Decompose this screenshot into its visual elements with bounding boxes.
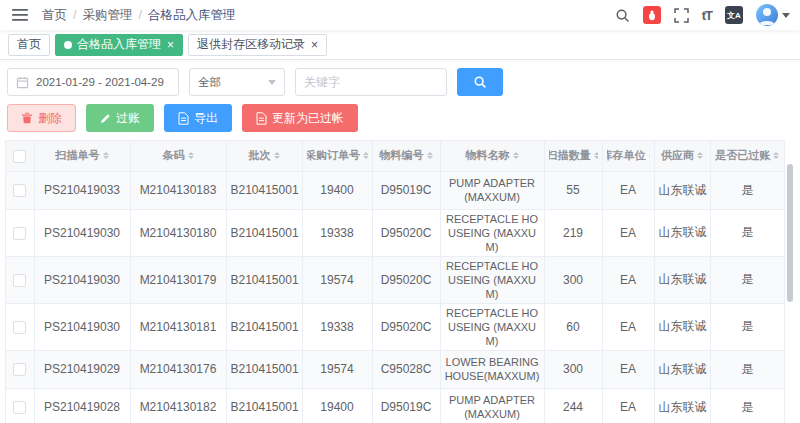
sort-carets-icon[interactable] xyxy=(697,149,703,162)
table-cell: B210415001 xyxy=(226,388,302,423)
language-icon[interactable]: 文A xyxy=(725,6,743,24)
sort-carets-icon[interactable] xyxy=(773,149,779,162)
search-icon[interactable] xyxy=(615,8,630,23)
date-range-picker[interactable]: 2021-01-29 - 2021-04-29 xyxy=(7,68,179,96)
select-value: 全部 xyxy=(198,75,221,90)
table-header-row: 扫描单号条码批次采购订单号物料编号物料名称扫描数量库存单位供应商是否已过账 xyxy=(6,141,784,171)
avatar[interactable] xyxy=(756,4,778,26)
edit-icon xyxy=(100,113,111,124)
table-cell: D95020C xyxy=(372,209,440,256)
tags-view: 首页 合格品入库管理 × 退供封存区移动记录 × xyxy=(0,30,800,60)
table-cell: EA xyxy=(602,209,654,256)
column-header-4[interactable]: 采购订单号 xyxy=(302,141,372,171)
breadcrumb-purchase[interactable]: 采购管理 xyxy=(82,7,132,24)
row-checkbox[interactable] xyxy=(13,274,26,287)
chevron-down-icon[interactable] xyxy=(782,13,790,22)
search-button[interactable] xyxy=(457,68,503,96)
table-body: PS210419033M2104130183B21041500119400D95… xyxy=(6,171,784,423)
vertical-scrollbar-thumb[interactable] xyxy=(787,164,793,302)
table-cell: EA xyxy=(602,388,654,423)
table-cell: PS210419030 xyxy=(34,209,130,256)
table-row[interactable]: PS210419030M2104130181B21041500119338D95… xyxy=(6,303,784,350)
row-checkbox-cell xyxy=(6,303,34,350)
sort-carets-icon[interactable] xyxy=(594,149,598,162)
column-header-1[interactable]: 扫描单号 xyxy=(34,141,130,171)
row-checkbox[interactable] xyxy=(13,321,26,334)
sort-carets-icon[interactable] xyxy=(363,149,368,162)
table-cell: 山东联诚 xyxy=(654,388,710,423)
column-header-3[interactable]: 批次 xyxy=(226,141,302,171)
sort-carets-icon[interactable] xyxy=(427,149,433,162)
row-checkbox[interactable] xyxy=(13,401,26,414)
keyword-input[interactable] xyxy=(296,69,446,95)
row-checkbox[interactable] xyxy=(13,363,26,376)
table-cell: B210415001 xyxy=(226,171,302,209)
table-area: 扫描单号条码批次采购订单号物料编号物料名称扫描数量库存单位供应商是否已过账 PS… xyxy=(5,140,795,423)
table-cell: 19400 xyxy=(302,388,372,423)
breadcrumb-current: 合格品入库管理 xyxy=(148,7,236,24)
table-row[interactable]: PS210419028M2104130182B21041500119400D95… xyxy=(6,388,784,423)
table-cell: M2104130180 xyxy=(130,209,226,256)
table-cell: RECEPTACLE HOUSEING (MAXXUM) xyxy=(440,209,544,256)
row-checkbox-cell xyxy=(6,209,34,256)
table-cell: PS210419030 xyxy=(34,303,130,350)
table-cell: EA xyxy=(602,256,654,303)
column-header-10[interactable]: 是否已过账 xyxy=(710,141,784,171)
table-cell: PUMP ADAPTER (MAXXUM) xyxy=(440,171,544,209)
table-row[interactable]: PS210419033M2104130183B21041500119400D95… xyxy=(6,171,784,209)
sort-carets-icon[interactable] xyxy=(649,149,650,162)
row-checkbox-cell xyxy=(6,388,34,423)
column-header-6[interactable]: 物料名称 xyxy=(440,141,544,171)
table-cell: D95020C xyxy=(372,303,440,350)
sort-carets-icon[interactable] xyxy=(274,149,280,162)
table-cell: C95028C xyxy=(372,350,440,388)
row-checkbox-cell xyxy=(6,171,34,209)
column-header-7[interactable]: 扫描数量 xyxy=(544,141,602,171)
tab-qualified-inbound[interactable]: 合格品入库管理 × xyxy=(55,34,183,56)
breadcrumb-home[interactable]: 首页 xyxy=(42,7,67,24)
column-header-5[interactable]: 物料编号 xyxy=(372,141,440,171)
column-header-9[interactable]: 供应商 xyxy=(654,141,710,171)
document-icon xyxy=(256,112,267,125)
table-cell: 山东联诚 xyxy=(654,256,710,303)
tab-return-seal-records[interactable]: 退供封存区移动记录 × xyxy=(188,34,327,56)
table-cell: B210415001 xyxy=(226,209,302,256)
type-select[interactable]: 全部 xyxy=(189,68,285,96)
table-cell: PS210419028 xyxy=(34,388,130,423)
table-cell: B210415001 xyxy=(226,350,302,388)
font-size-icon[interactable]: tT xyxy=(702,8,712,23)
column-header-8[interactable]: 库存单位 xyxy=(602,141,654,171)
close-icon[interactable]: × xyxy=(167,39,174,51)
trash-icon xyxy=(21,112,33,124)
delete-button[interactable]: 删除 xyxy=(7,104,76,132)
hamburger-icon[interactable] xyxy=(10,6,30,24)
row-checkbox[interactable] xyxy=(13,184,26,197)
table-cell: 60 xyxy=(544,303,602,350)
update-posted-button[interactable]: 更新为已过帐 xyxy=(242,104,358,132)
table-cell: 是 xyxy=(710,303,784,350)
table-row[interactable]: PS210419029M2104130176B21041500119574C95… xyxy=(6,350,784,388)
close-icon[interactable]: × xyxy=(311,39,318,51)
post-button[interactable]: 过账 xyxy=(86,104,154,132)
export-button[interactable]: 导出 xyxy=(164,104,232,132)
user-menu[interactable] xyxy=(756,4,790,26)
fullscreen-icon[interactable] xyxy=(674,8,689,23)
error-log-badge-icon[interactable] xyxy=(643,6,661,24)
table-cell: 19338 xyxy=(302,209,372,256)
table-cell: 19400 xyxy=(302,171,372,209)
sort-carets-icon[interactable] xyxy=(188,149,194,162)
search-icon xyxy=(473,75,487,89)
vertical-scrollbar[interactable] xyxy=(785,140,795,423)
tab-home[interactable]: 首页 xyxy=(8,34,50,56)
row-checkbox[interactable] xyxy=(13,227,26,240)
action-buttons: 删除 过账 导出 更新为已过帐 xyxy=(7,104,793,132)
table-row[interactable]: PS210419030M2104130180B21041500119338D95… xyxy=(6,209,784,256)
table-row[interactable]: PS210419030M2104130179B21041500119574D95… xyxy=(6,256,784,303)
select-all-checkbox[interactable] xyxy=(13,150,26,163)
sort-carets-icon[interactable] xyxy=(103,149,109,162)
sort-carets-icon[interactable] xyxy=(513,149,519,162)
table-cell: RECEPTACLE HOUSEING (MAXXUM) xyxy=(440,303,544,350)
breadcrumb-separator: / xyxy=(73,8,76,22)
table-cell: M2104130181 xyxy=(130,303,226,350)
column-header-2[interactable]: 条码 xyxy=(130,141,226,171)
